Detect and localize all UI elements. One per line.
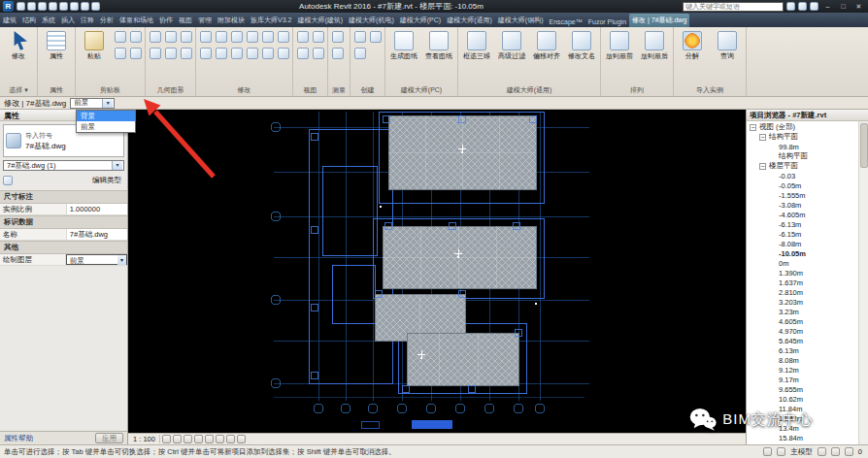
ribbon-button[interactable]	[352, 46, 367, 60]
ribbon-group-label[interactable]: 测量	[330, 85, 348, 96]
ribbon-button[interactable]	[198, 46, 213, 60]
ribbon-tab[interactable]: 建模大师(钢构)	[495, 14, 547, 27]
visual-style-icon[interactable]	[173, 435, 182, 443]
ribbon-group-label[interactable]: 视图	[295, 85, 325, 96]
ribbon-tab[interactable]: Enscape™	[546, 16, 584, 27]
ribbon-group-label[interactable]: 创建	[352, 85, 383, 96]
search-icon[interactable]	[786, 2, 795, 11]
ribbon-button[interactable]	[113, 46, 127, 60]
tree-item[interactable]: 3.23m	[747, 307, 857, 316]
exclude-options-icon[interactable]	[831, 447, 840, 456]
tree-item[interactable]: − 视图 (全部)	[747, 122, 857, 132]
ribbon-group-label[interactable]: 导入实例	[676, 85, 744, 96]
tree-item[interactable]: 9.17m	[747, 375, 857, 384]
tree-item[interactable]: 6.13m	[747, 345, 857, 355]
search-input[interactable]	[683, 2, 784, 12]
edit-type-button[interactable]: 编辑类型	[89, 174, 124, 187]
ribbon-button[interactable]	[311, 46, 325, 60]
ribbon-group-label[interactable]: 排列	[603, 85, 671, 96]
ribbon-button[interactable]: 属性	[40, 29, 73, 62]
properties-filter-icon[interactable]	[3, 176, 13, 185]
tree-item[interactable]: 99.8m	[747, 142, 857, 151]
redo-icon[interactable]	[59, 2, 68, 11]
ribbon-tab[interactable]: 附加模块	[215, 14, 248, 27]
tree-item[interactable]: -4.605m	[747, 210, 857, 219]
worksets-icon[interactable]	[763, 447, 772, 456]
ribbon-button[interactable]	[163, 29, 178, 44]
ribbon-button[interactable]	[214, 46, 228, 60]
ribbon-tab[interactable]: 体量和场地	[117, 14, 156, 27]
ribbon-button[interactable]	[260, 46, 275, 60]
ribbon-group-label[interactable]: 属性	[40, 85, 73, 96]
section-box-icon[interactable]	[91, 2, 100, 11]
tree-item[interactable]: 9.12m	[747, 365, 857, 375]
measure-tool-icon[interactable]	[81, 2, 89, 11]
ribbon-tab[interactable]: 建模大师(机电)	[346, 14, 397, 27]
ribbon-group-label[interactable]: 选择 ▾	[2, 85, 35, 96]
ribbon-button[interactable]	[163, 46, 178, 60]
ribbon-tab[interactable]: 插入	[58, 14, 78, 27]
ribbon-button[interactable]	[245, 29, 259, 44]
tree-expander-icon[interactable]: −	[759, 163, 766, 170]
view-scale-button[interactable]: 1 : 100	[131, 435, 160, 443]
ribbon-button[interactable]: 放到最前	[603, 29, 636, 62]
tree-item[interactable]: -6.15m	[747, 229, 857, 239]
ribbon-tab[interactable]: 修改 | 7#基础.dwg	[629, 14, 689, 27]
ribbon-button[interactable]	[295, 29, 310, 44]
ribbon-button[interactable]: 偏移对齐	[530, 29, 563, 62]
sync-icon[interactable]	[38, 2, 47, 11]
print-icon[interactable]	[70, 2, 79, 11]
property-row[interactable]: 名称 7#基础.dwg	[0, 229, 127, 241]
ribbon-button[interactable]	[179, 46, 193, 60]
tree-item[interactable]: 9.655m	[747, 384, 857, 394]
property-row[interactable]: 绘制图层 前景	[0, 254, 127, 266]
dropdown-option[interactable]: 前景	[77, 121, 135, 132]
property-row[interactable]: 实例比例 1.000000	[0, 204, 127, 215]
help-icon[interactable]	[810, 2, 818, 11]
detail-level-icon[interactable]	[162, 435, 171, 443]
browser-scrollbar[interactable]	[858, 121, 868, 444]
tree-expander-icon[interactable]: −	[750, 124, 756, 131]
minimize-button[interactable]: –	[821, 1, 834, 12]
ribbon-tab[interactable]: 协作	[156, 14, 176, 27]
close-button[interactable]: ✕	[852, 1, 865, 12]
tree-item[interactable]: -6.13m	[747, 219, 857, 229]
tree-item[interactable]: − 结构平面	[747, 132, 857, 142]
ribbon-tab[interactable]: 建模大师(通用)	[444, 14, 495, 27]
ribbon-button[interactable]	[148, 46, 162, 60]
tree-item[interactable]: 10.62m	[747, 394, 857, 404]
tree-item[interactable]: -0.05m	[747, 180, 857, 190]
dropdown-option[interactable]: 背景	[77, 111, 135, 121]
ribbon-button[interactable]	[368, 29, 383, 44]
ribbon-group-label[interactable]: 修改	[198, 85, 290, 96]
ribbon-button[interactable]	[260, 29, 275, 44]
tree-item[interactable]: 4.605m	[747, 316, 857, 326]
scrollbar-thumb[interactable]	[860, 123, 868, 168]
ribbon-button[interactable]: 生成图纸	[387, 29, 420, 62]
ribbon-button[interactable]	[330, 46, 345, 60]
save-icon[interactable]	[27, 2, 36, 11]
tree-item[interactable]: 8.08m	[747, 355, 857, 365]
ribbon-tab[interactable]: Fuzor Plugin	[585, 16, 629, 27]
tree-item[interactable]: -1.555m	[747, 190, 857, 200]
tree-item[interactable]: -8.08m	[747, 239, 857, 248]
tree-expander-icon[interactable]: −	[759, 134, 766, 141]
ribbon-tab[interactable]: 建模大师(建筑)	[294, 14, 346, 27]
ribbon-button[interactable]	[352, 29, 367, 44]
ribbon-group-label[interactable]: 建模大师(通用)	[460, 85, 598, 96]
ribbon-tab[interactable]: 视图	[176, 14, 195, 27]
ribbon-tab[interactable]: 分析	[97, 14, 117, 27]
crop-region-visible-icon[interactable]	[216, 435, 224, 443]
tree-item[interactable]: − 楼层平面	[747, 161, 857, 171]
ribbon-button[interactable]	[276, 46, 290, 60]
tree-item[interactable]: 17.4m	[747, 442, 857, 444]
ribbon-button[interactable]: 高级过滤	[495, 29, 528, 62]
ribbon-button[interactable]	[128, 29, 143, 44]
properties-help-link[interactable]: 属性帮助	[4, 434, 33, 443]
revit-logo[interactable]: R	[3, 1, 14, 12]
ribbon-button[interactable]	[229, 29, 244, 44]
undo-icon[interactable]	[49, 2, 57, 11]
apply-button[interactable]: 应用	[95, 433, 123, 443]
ribbon-button[interactable]: 分解	[676, 29, 709, 62]
ribbon-tab[interactable]: 族库大师V3.2	[248, 14, 294, 27]
